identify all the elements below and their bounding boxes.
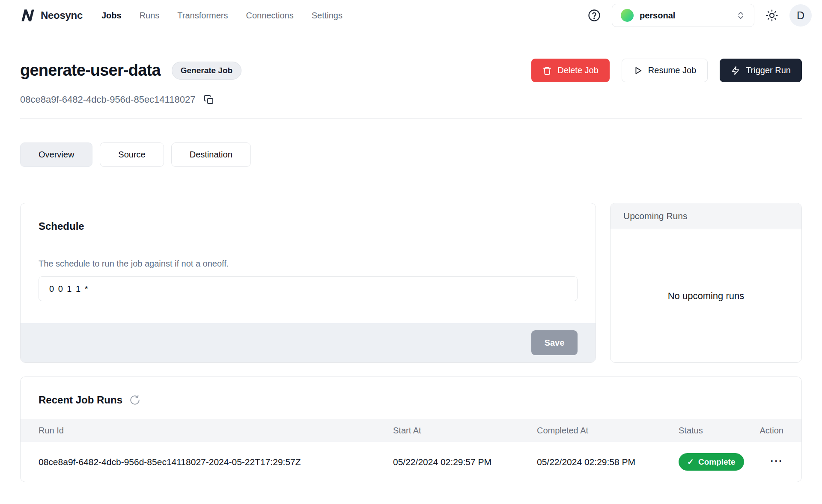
chevrons-up-down-icon	[736, 11, 745, 20]
trigger-run-label: Trigger Run	[746, 65, 791, 75]
runs-table-header: Run Id Start At Completed At Status Acti…	[21, 419, 801, 442]
job-tabs: Overview Source Destination	[20, 142, 802, 167]
lightning-icon	[731, 66, 740, 75]
brand-name: Neosync	[41, 9, 83, 21]
nav-item-jobs[interactable]: Jobs	[101, 11, 122, 21]
status-label: Complete	[698, 457, 736, 467]
play-icon	[633, 66, 643, 75]
delete-job-button[interactable]: Delete Job	[531, 59, 610, 82]
check-icon: ✓	[687, 457, 694, 467]
main-nav: Jobs Runs Transformers Connections Setti…	[101, 11, 342, 21]
job-type-badge: Generate Job	[172, 62, 241, 80]
help-button[interactable]	[588, 9, 601, 22]
schedule-card-footer: Save	[21, 323, 596, 362]
column-start-at: Start At	[393, 426, 537, 436]
account-name: personal	[640, 11, 730, 21]
delete-job-label: Delete Job	[557, 65, 599, 75]
theme-toggle-button[interactable]	[765, 9, 778, 22]
cron-schedule-input[interactable]	[39, 276, 578, 301]
column-status: Status	[679, 426, 747, 436]
job-id-text: 08ce8a9f-6482-4dcb-956d-85ec14118027	[20, 94, 195, 105]
schedule-card: Schedule The schedule to run the job aga…	[20, 203, 596, 363]
refresh-button[interactable]	[129, 394, 140, 406]
tab-overview[interactable]: Overview	[20, 142, 92, 167]
resume-job-button[interactable]: Resume Job	[622, 59, 708, 82]
account-avatar	[621, 9, 634, 22]
resume-job-label: Resume Job	[648, 65, 696, 75]
column-run-id: Run Id	[39, 426, 393, 436]
status-badge[interactable]: ✓Complete	[679, 453, 744, 471]
trash-icon	[542, 66, 552, 75]
recent-job-runs-card: Recent Job Runs Run Id Start At Complete…	[20, 377, 802, 482]
neosync-logo-icon	[20, 8, 36, 23]
nav-item-transformers[interactable]: Transformers	[177, 11, 228, 21]
copy-job-id-button[interactable]	[204, 95, 214, 105]
nav-item-connections[interactable]: Connections	[246, 11, 294, 21]
row-actions-button[interactable]: ⋯	[770, 457, 783, 465]
schedule-description: The schedule to run the job against if n…	[39, 259, 578, 269]
upcoming-runs-card: Upcoming Runs No upcoming runs	[610, 203, 802, 363]
tab-source[interactable]: Source	[100, 142, 164, 167]
completed-at-cell: 05/22/2024 02:29:58 PM	[537, 457, 679, 467]
top-navbar: Neosync Jobs Runs Transformers Connectio…	[0, 0, 822, 31]
run-id-cell[interactable]: 08ce8a9f-6482-4dcb-956d-85ec14118027-202…	[39, 457, 393, 467]
refresh-icon	[129, 394, 140, 406]
recent-job-runs-title: Recent Job Runs	[39, 394, 122, 406]
column-completed-at: Completed At	[537, 426, 679, 436]
sun-icon	[765, 9, 778, 22]
page-content: generate-user-data Generate Job Delete J…	[0, 59, 822, 482]
upcoming-runs-empty-message: No upcoming runs	[611, 229, 801, 362]
header-divider	[20, 118, 802, 119]
save-button[interactable]: Save	[531, 330, 578, 355]
user-avatar[interactable]: D	[789, 4, 812, 27]
trigger-run-button[interactable]: Trigger Run	[720, 59, 802, 82]
account-switcher[interactable]: personal	[612, 4, 754, 27]
start-at-cell: 05/22/2024 02:29:57 PM	[393, 457, 537, 467]
run-table-row[interactable]: 08ce8a9f-6482-4dcb-956d-85ec14118027-202…	[21, 442, 801, 482]
schedule-title: Schedule	[39, 220, 578, 232]
brand[interactable]: Neosync	[20, 8, 83, 23]
nav-item-runs[interactable]: Runs	[140, 11, 160, 21]
column-action: Action	[747, 426, 783, 436]
copy-icon	[204, 95, 214, 105]
page-title: generate-user-data	[20, 61, 161, 80]
help-circle-icon	[588, 9, 601, 22]
tab-destination[interactable]: Destination	[171, 142, 251, 167]
upcoming-runs-header: Upcoming Runs	[611, 203, 801, 229]
nav-item-settings[interactable]: Settings	[312, 11, 342, 21]
